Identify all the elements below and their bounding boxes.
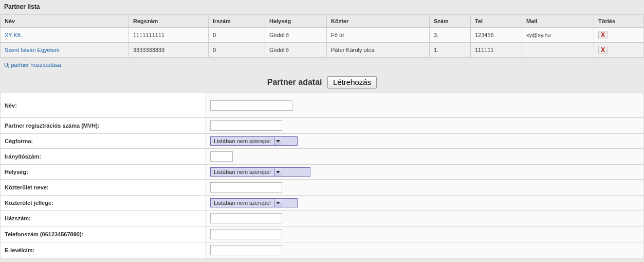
label-helyseg: Helység:: [1, 165, 206, 180]
helyseg-select[interactable]: Listában nem szerepel: [210, 167, 310, 177]
kozterulet-neve-input[interactable]: [210, 182, 282, 193]
svg-marker-2: [276, 202, 280, 204]
col-irszam[interactable]: Irszám: [209, 15, 265, 28]
chevron-down-icon: [274, 199, 282, 207]
cell-szam: 3.: [430, 28, 471, 43]
cell-regszam: 3333333333: [129, 43, 209, 58]
label-cegforma: Cégforma:: [1, 134, 206, 149]
col-tel[interactable]: Tel: [471, 15, 522, 28]
table-row: XY Kft. 1111111111 0 Gödöllő Fő út 3. 12…: [1, 28, 644, 43]
delete-button[interactable]: X: [598, 31, 608, 39]
col-helyseg[interactable]: Helység: [265, 15, 327, 28]
irszam-input[interactable]: [210, 151, 233, 162]
label-hazszam: Házszám:: [1, 211, 206, 226]
helyseg-select-value: Listában nem szerepel: [211, 169, 274, 175]
label-kozterulet-neve: Közterület neve:: [1, 180, 206, 196]
table-row: Szent István Egyetem 3333333333 0 Gödöll…: [1, 43, 644, 58]
col-mail[interactable]: Mail: [522, 15, 594, 28]
label-kozterulet-jellege: Közterület jellege:: [1, 196, 206, 211]
cegforma-select[interactable]: Listában nem szerepel: [210, 136, 298, 146]
cell-tel: 111111: [471, 43, 522, 58]
svg-marker-1: [276, 171, 280, 173]
nev-input[interactable]: [210, 100, 292, 111]
label-telefonszam: Telefonszám (061234567890):: [1, 226, 206, 242]
cell-tel: 123456: [471, 28, 522, 43]
col-torles[interactable]: Törlés: [594, 15, 644, 28]
add-partner-link[interactable]: Új partner hozzáadása: [0, 58, 65, 73]
col-nev[interactable]: Név: [1, 15, 129, 28]
section-header: Partner adatai Létrehozás: [0, 73, 644, 93]
label-reg: Partner regisztrációs száma (MVH):: [1, 118, 206, 134]
svg-marker-0: [276, 140, 280, 143]
chevron-down-icon: [274, 137, 282, 145]
hazszam-input[interactable]: [210, 213, 282, 223]
cell-regszam: 1111111111: [129, 28, 209, 43]
cell-irszam: 0: [209, 28, 265, 43]
label-email: E-levélcím:: [1, 242, 206, 258]
cell-kozter: Fő út: [327, 28, 430, 43]
delete-button[interactable]: X: [598, 46, 608, 54]
cegforma-select-value: Listában nem szerepel: [211, 138, 274, 144]
regszam-input[interactable]: [210, 120, 282, 131]
cell-szam: 1.: [430, 43, 471, 58]
page-title: Partner lista: [0, 0, 644, 14]
partner-form: Név: Partner regisztrációs száma (MVH): …: [0, 93, 644, 258]
cell-mail: xy@xy.hu: [522, 28, 594, 43]
col-kozter[interactable]: Közter: [327, 15, 430, 28]
email-input[interactable]: [210, 245, 282, 255]
cell-helyseg: Gödöllő: [265, 43, 327, 58]
kozterulet-jellege-select[interactable]: Listában nem szerepel: [210, 198, 298, 207]
kozterulet-jellege-select-value: Listában nem szerepel: [211, 200, 274, 206]
telefonszam-input[interactable]: [210, 229, 282, 239]
cell-irszam: 0: [209, 43, 265, 58]
partner-link[interactable]: XY Kft.: [5, 32, 22, 38]
label-nev: Név:: [1, 93, 206, 118]
cell-kozter: Páter Károly utca: [327, 43, 430, 58]
label-irszam: Irányítószám:: [1, 149, 206, 165]
col-szam[interactable]: Szám: [430, 15, 471, 28]
create-button[interactable]: Létrehozás: [327, 76, 377, 89]
partner-table: Név Regszám Irszám Helység Közter Szám T…: [0, 14, 644, 58]
partner-link[interactable]: Szent István Egyetem: [5, 47, 60, 53]
chevron-down-icon: [274, 168, 282, 176]
cell-mail: [522, 43, 594, 58]
col-regszam[interactable]: Regszám: [129, 15, 209, 28]
cell-helyseg: Gödöllő: [265, 28, 327, 43]
section-title: Partner adatai: [267, 78, 322, 86]
